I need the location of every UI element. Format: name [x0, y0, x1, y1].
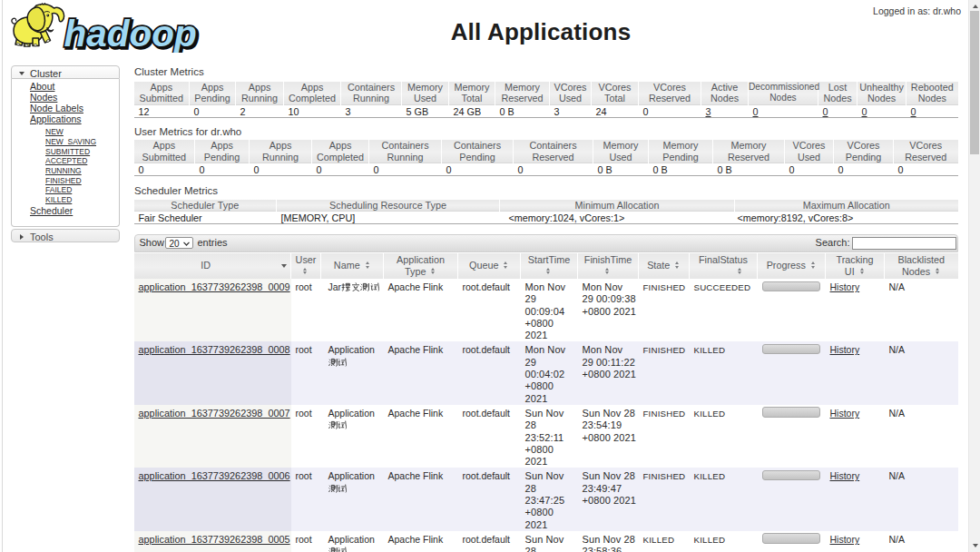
svg-text:hadoop: hadoop [64, 13, 197, 54]
